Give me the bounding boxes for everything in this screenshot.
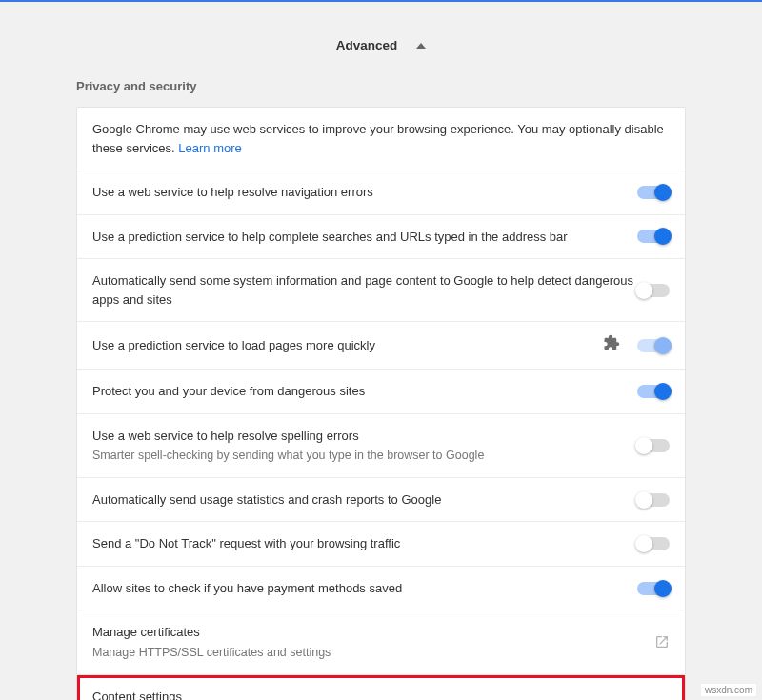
toggle-protect[interactable] xyxy=(637,385,670,398)
watermark: wsxdn.com xyxy=(701,684,756,696)
row-nav-errors[interactable]: Use a web service to help resolve naviga… xyxy=(77,170,685,215)
toggle-dnt[interactable] xyxy=(637,537,670,550)
row-prediction-search[interactable]: Use a prediction service to help complet… xyxy=(77,215,685,260)
settings-content: Advanced Privacy and security Google Chr… xyxy=(0,2,762,700)
row-payment[interactable]: Allow sites to check if you have payment… xyxy=(77,567,685,611)
row-label: Send a "Do Not Track" request with your … xyxy=(92,534,637,553)
row-text: Content settings Control what informatio… xyxy=(92,688,664,701)
toggle-payment[interactable] xyxy=(637,582,670,595)
toggle-spelling[interactable] xyxy=(637,439,670,452)
row-spelling[interactable]: Use a web service to help resolve spelli… xyxy=(77,414,685,478)
row-label: Protect you and your device from dangero… xyxy=(92,382,637,401)
row-label: Automatically send some system informati… xyxy=(92,271,637,309)
privacy-settings-list: Google Chrome may use web services to im… xyxy=(76,107,686,700)
row-usage-stats[interactable]: Automatically send usage statistics and … xyxy=(77,478,685,523)
row-send-system[interactable]: Automatically send some system informati… xyxy=(77,259,685,322)
row-dnt[interactable]: Send a "Do Not Track" request with your … xyxy=(77,522,685,567)
row-label: Use a web service to help resolve naviga… xyxy=(92,183,637,202)
row-label: Automatically send usage statistics and … xyxy=(92,490,637,510)
row-manage-certificates[interactable]: Manage certificates Manage HTTPS/SSL cer… xyxy=(77,610,685,674)
toggle-prediction-search[interactable] xyxy=(637,230,670,243)
row-sublabel: Smarter spell-checking by sending what y… xyxy=(92,447,637,465)
row-label: Use a web service to help resolve spelli… xyxy=(92,427,637,446)
learn-more-link[interactable]: Learn more xyxy=(178,141,241,155)
intro-row: Google Chrome may use web services to im… xyxy=(77,108,685,170)
extension-icon xyxy=(603,334,620,356)
row-sublabel: Manage HTTPS/SSL certificates and settin… xyxy=(92,644,654,662)
row-label: Use a prediction service to load pages m… xyxy=(92,336,603,355)
advanced-label: Advanced xyxy=(336,38,398,52)
row-protect[interactable]: Protect you and your device from dangero… xyxy=(77,370,685,414)
toggle-send-system[interactable] xyxy=(637,284,670,297)
row-label: Allow sites to check if you have payment… xyxy=(92,579,637,598)
row-label: Content settings xyxy=(92,688,664,701)
row-prediction-load[interactable]: Use a prediction service to load pages m… xyxy=(77,322,685,370)
chevron-up-icon xyxy=(416,43,426,49)
advanced-section-toggle[interactable]: Advanced xyxy=(0,2,762,79)
section-title-privacy: Privacy and security xyxy=(0,79,762,107)
row-label: Manage certificates xyxy=(92,623,654,642)
toggle-prediction-load[interactable] xyxy=(637,339,670,352)
intro-text: Google Chrome may use web services to im… xyxy=(92,120,670,157)
row-content-settings[interactable]: Content settings Control what informatio… xyxy=(77,675,685,701)
open-external-icon xyxy=(654,634,670,650)
row-text: Use a web service to help resolve spelli… xyxy=(92,427,637,465)
row-label: Use a prediction service to help complet… xyxy=(92,228,637,247)
toggle-nav-errors[interactable] xyxy=(637,186,670,199)
row-text: Manage certificates Manage HTTPS/SSL cer… xyxy=(92,623,654,661)
toggle-usage-stats[interactable] xyxy=(637,493,670,507)
